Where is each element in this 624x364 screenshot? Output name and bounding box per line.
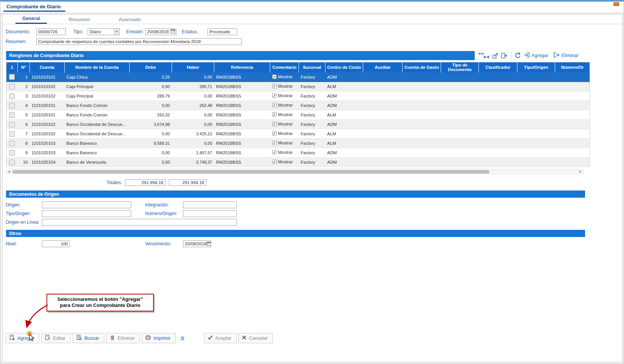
horizontal-scrollbar[interactable]: ◀ ▶ <box>6 169 584 174</box>
calendar-icon[interactable] <box>170 29 175 34</box>
resize-columns-icon[interactable] <box>478 52 490 59</box>
cell-debe: 0,25 <box>130 73 172 82</box>
row-select-cell[interactable] <box>6 91 18 101</box>
row-select-box[interactable] <box>9 112 15 118</box>
grid-toolbar: Agregar Eliminar <box>478 52 584 59</box>
cell-centro-costo: ADM <box>325 91 363 101</box>
resumen-field[interactable]: Comprobante de reapertura de cuentas con… <box>36 38 242 45</box>
vencimiento-date-field[interactable]: 20/08/2018 <box>183 240 211 247</box>
tab-resumen[interactable]: Resumen <box>62 15 97 24</box>
table-row[interactable]: 2 1101010102 Caja Principal 0,00 289,71 … <box>6 82 590 91</box>
cell-comentario-button[interactable]: Mostrar <box>270 158 299 167</box>
cell-cuenta-gasto <box>403 73 441 82</box>
row-select-cell[interactable] <box>6 101 18 110</box>
col-header-comentario: Comentario <box>270 62 299 73</box>
cell-numero: 7 <box>18 129 30 139</box>
cancelar-button[interactable]: Cancelar <box>238 333 273 343</box>
table-row[interactable]: 6 1101020102 Banco Occidental de Descue.… <box>6 120 590 129</box>
tipo-origen-field[interactable] <box>42 210 131 217</box>
row-select-box[interactable] <box>9 160 15 165</box>
cell-sucursal: Factory <box>299 110 325 120</box>
hscrollbar-thumb[interactable] <box>12 170 489 173</box>
table-row[interactable]: 4 1101020101 Banco Fondo Común 0,00 262,… <box>6 101 590 110</box>
cell-clasificador <box>479 158 517 167</box>
emision-label: Emisión: <box>126 29 145 34</box>
row-select-box[interactable] <box>9 131 15 137</box>
col-header-cuenta-gasto: Cuenta de Gasto <box>403 62 441 73</box>
callout-line1: Seleccionaremos el botón "Agregar" <box>50 296 151 302</box>
row-select-cell[interactable] <box>6 82 18 91</box>
cell-haber: 0,00 <box>172 91 214 101</box>
row-select-cell[interactable] <box>6 120 18 129</box>
row-select-cell[interactable] <box>6 139 18 148</box>
agregar-button[interactable]: Agregar <box>6 333 39 343</box>
cell-comentario-button[interactable]: Mostrar <box>270 101 299 110</box>
row-select-cell[interactable] <box>6 148 18 158</box>
row-select-cell[interactable] <box>6 73 18 82</box>
cell-comentario-button[interactable]: Mostrar <box>270 120 299 129</box>
row-select-box[interactable] <box>9 74 15 80</box>
integracion-field[interactable] <box>183 201 237 208</box>
cell-comentario-button[interactable]: Mostrar <box>270 110 299 120</box>
calendar-icon[interactable] <box>207 241 211 247</box>
table-row[interactable]: 9 1101020103 Banco Banesco 0,00 1.457,57… <box>6 148 590 158</box>
window-tab-strip: Comprobante de Diario <box>0 2 624 13</box>
table-row[interactable]: 7 1101020102 Banco Occidental de Descue.… <box>6 129 590 139</box>
cell-tipo-documento <box>441 120 479 129</box>
grid-eliminar-button[interactable]: Eliminar <box>553 52 578 59</box>
row-select-box[interactable] <box>9 84 15 90</box>
origen-linea-field[interactable] <box>42 219 237 226</box>
cell-comentario-button[interactable]: Mostrar <box>270 82 299 91</box>
otros-fields: Nivel: 100 Vencimiento: 20/08/2018 <box>3 240 622 248</box>
col-header-centro-costo: Centro de Costo <box>325 62 363 73</box>
row-select-box[interactable] <box>9 93 15 99</box>
row-select-box[interactable] <box>9 141 15 146</box>
aceptar-button[interactable]: Aceptar <box>204 333 237 343</box>
origen-field[interactable] <box>42 201 131 208</box>
numero-origen-field[interactable] <box>183 210 237 217</box>
documento-field[interactable]: 00000726 <box>36 28 66 35</box>
table-row[interactable]: 8 1101020103 Banco Banesco 8.589,31 0,00… <box>6 139 590 148</box>
tab-avanzado[interactable]: Avanzado <box>112 15 148 24</box>
row-select-cell[interactable] <box>6 129 18 139</box>
eliminar-button[interactable]: Eliminar <box>106 333 140 343</box>
app-badge-icon[interactable] <box>613 2 619 6</box>
cell-comentario-button[interactable]: Mostrar <box>270 91 299 101</box>
callout-arrow <box>12 300 53 335</box>
table-row[interactable]: 10 1101020104 Banco de Venezuela 0,00 3.… <box>6 158 590 167</box>
emision-date-field[interactable]: 20/08/2018 <box>145 28 177 35</box>
popout-icon[interactable] <box>492 53 499 59</box>
nivel-field[interactable]: 100 <box>42 240 70 247</box>
cell-nombre: Banco de Venezuela <box>65 158 130 167</box>
imprimir-button[interactable]: Imprimir <box>142 333 176 343</box>
row-select-box[interactable] <box>9 103 15 108</box>
cell-comentario-button[interactable]: Mostrar <box>270 129 299 139</box>
cell-haber: 289,71 <box>172 82 214 91</box>
grid-agregar-button[interactable]: Agregar <box>523 52 548 59</box>
cell-comentario-button[interactable]: Mostrar <box>270 148 299 158</box>
table-row[interactable]: 1 1101010101 Caja Chica 0,25 0,00 RM2018… <box>6 73 590 82</box>
buscar-button[interactable]: Buscar <box>73 333 104 343</box>
editar-button[interactable]: Editar <box>41 333 71 343</box>
row-select-box[interactable] <box>9 122 15 127</box>
tab-general[interactable]: General <box>15 14 47 24</box>
row-select-cell[interactable] <box>6 110 18 120</box>
row-select-box[interactable] <box>9 150 15 156</box>
table-row[interactable]: 5 1101020101 Banco Fondo Común 263,32 0,… <box>6 110 590 120</box>
cell-debe: 0,00 <box>130 158 172 167</box>
collapse-toolbar-icon[interactable] <box>179 336 186 341</box>
cell-numero-origen <box>555 73 590 82</box>
cell-sucursal: Factory <box>299 139 325 148</box>
scroll-right-icon[interactable]: ▶ <box>578 169 583 174</box>
export-icon[interactable] <box>501 53 507 59</box>
table-row[interactable]: 3 1101010102 Caja Principal 289,79 0,00 … <box>6 91 590 101</box>
cell-comentario-button[interactable]: Mostrar <box>270 73 299 82</box>
tipo-select[interactable]: Diario ▼ <box>88 28 119 35</box>
grid-body: 1 1101010101 Caja Chica 0,25 0,00 RM2018… <box>6 73 590 167</box>
refresh-icon[interactable] <box>514 52 521 59</box>
row-select-cell[interactable] <box>6 158 18 167</box>
scroll-left-icon[interactable]: ◀ <box>6 169 12 174</box>
cell-comentario-button[interactable]: Mostrar <box>270 139 299 148</box>
window-tab-comprobante[interactable]: Comprobante de Diario <box>3 2 65 12</box>
cell-sucursal: Factory <box>299 101 325 110</box>
